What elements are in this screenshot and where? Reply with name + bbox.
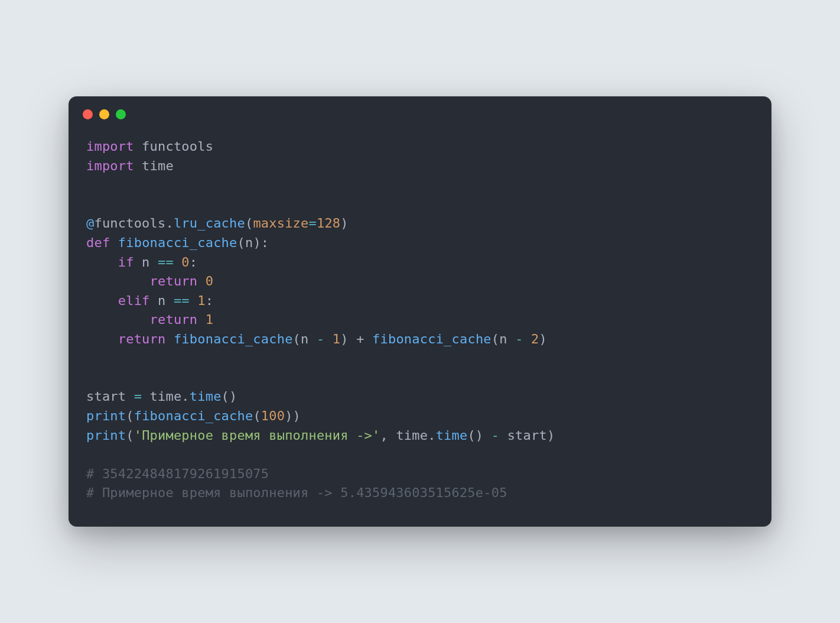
line-7: return 0 [86,274,213,288]
titlebar [69,96,771,119]
code-block: import functools import time @functools.… [69,119,771,526]
line-5: def fibonacci_cache(n): [86,235,269,250]
close-icon[interactable] [83,109,93,119]
line-8: elif n == 1: [86,293,213,308]
line-9: return 1 [86,312,213,327]
line-1: import functools [86,139,213,154]
line-2: import time [86,158,174,173]
line-18: # Примерное время выполнения -> 5.435943… [86,485,507,500]
line-10: return fibonacci_cache(n - 1) + fibonacc… [86,332,547,346]
line-15: print('Примерное время выполнения ->', t… [86,428,555,443]
zoom-icon[interactable] [116,109,126,119]
line-4: @functools.lru_cache(maxsize=128) [86,216,349,231]
minimize-icon[interactable] [99,109,109,119]
line-14: print(fibonacci_cache(100)) [86,408,301,423]
code-window: import functools import time @functools.… [69,96,771,526]
line-13: start = time.time() [86,389,237,404]
line-17: # 354224848179261915075 [86,466,269,481]
line-6: if n == 0: [86,255,197,270]
